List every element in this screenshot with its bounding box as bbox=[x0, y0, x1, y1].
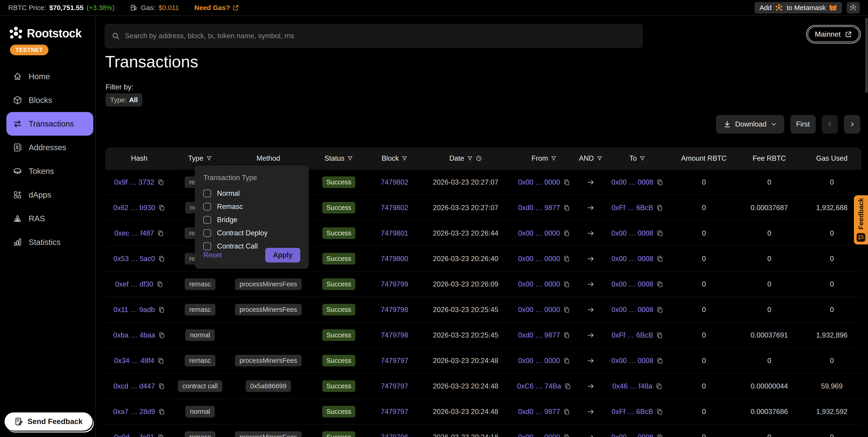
copy-icon[interactable] bbox=[656, 255, 663, 262]
first-page-button[interactable]: First bbox=[790, 115, 816, 134]
filter-icon[interactable] bbox=[640, 155, 645, 162]
from-address-link[interactable]: 0x00 … 0000 bbox=[518, 433, 560, 437]
from-address-link[interactable]: 0xd0 … 9877 bbox=[518, 408, 560, 416]
copy-icon[interactable] bbox=[563, 255, 570, 262]
block-link[interactable]: 7479797 bbox=[381, 382, 408, 390]
copy-icon[interactable] bbox=[158, 204, 165, 211]
filter-icon[interactable] bbox=[467, 155, 473, 162]
copy-icon[interactable] bbox=[158, 307, 165, 313]
copy-icon[interactable] bbox=[158, 408, 165, 415]
to-address-link[interactable]: 0x00 … 0008 bbox=[612, 229, 653, 237]
to-address-link[interactable]: 0x46 … f48a bbox=[612, 382, 652, 390]
copy-icon[interactable] bbox=[563, 408, 570, 415]
sidebar-item-addresses[interactable]: Addresses bbox=[0, 136, 96, 159]
block-link[interactable]: 7479802 bbox=[381, 178, 408, 186]
clock-icon[interactable] bbox=[476, 155, 482, 162]
type-filter-chip[interactable]: Type: All bbox=[105, 93, 143, 107]
rootstock-widget-button[interactable] bbox=[847, 2, 860, 13]
block-link[interactable]: 7479797 bbox=[381, 357, 408, 365]
from-address-link[interactable]: 0x00 … 0000 bbox=[518, 280, 560, 288]
copy-icon[interactable] bbox=[656, 383, 662, 390]
tx-hash-link[interactable]: 0xba … 4baa bbox=[113, 331, 155, 339]
download-button[interactable]: Download bbox=[716, 115, 784, 134]
feedback-tab[interactable]: Feedback bbox=[854, 195, 868, 244]
checkbox-bridge[interactable] bbox=[203, 216, 211, 224]
block-link[interactable]: 7479800 bbox=[381, 255, 408, 263]
from-address-link[interactable]: 0xd0 … 9877 bbox=[518, 204, 560, 212]
block-link[interactable]: 7479796 bbox=[381, 433, 408, 437]
copy-icon[interactable] bbox=[563, 434, 570, 437]
copy-icon[interactable] bbox=[157, 357, 164, 364]
to-address-link[interactable]: 0x00 … 0008 bbox=[612, 178, 653, 186]
copy-icon[interactable] bbox=[656, 281, 663, 288]
add-to-metamask-button[interactable]: Add to Metamask bbox=[754, 2, 842, 13]
filter-icon[interactable] bbox=[597, 155, 602, 162]
copy-icon[interactable] bbox=[656, 357, 663, 364]
network-switch-button[interactable]: Mainnet bbox=[806, 25, 861, 43]
checkbox-normal[interactable] bbox=[203, 190, 211, 197]
tx-hash-link[interactable]: 0x11 … 9adb bbox=[114, 306, 155, 314]
filter-icon[interactable] bbox=[551, 155, 557, 162]
copy-icon[interactable] bbox=[563, 179, 570, 186]
block-link[interactable]: 7479797 bbox=[381, 408, 408, 416]
copy-icon[interactable] bbox=[157, 230, 164, 237]
checkbox-remasc[interactable] bbox=[203, 203, 211, 210]
to-address-link[interactable]: 0x00 … 0008 bbox=[612, 357, 653, 365]
copy-icon[interactable] bbox=[564, 383, 571, 390]
sidebar-item-transactions[interactable]: Transactions bbox=[6, 112, 93, 136]
copy-icon[interactable] bbox=[656, 332, 663, 339]
from-address-link[interactable]: 0x00 … 0000 bbox=[518, 306, 560, 314]
copy-icon[interactable] bbox=[656, 179, 663, 186]
tx-hash-link[interactable]: 0x0d … fe91 bbox=[114, 433, 154, 437]
block-link[interactable]: 7479802 bbox=[381, 204, 408, 212]
copy-icon[interactable] bbox=[563, 332, 570, 339]
tx-hash-link[interactable]: 0xec … f487 bbox=[115, 229, 154, 237]
reset-button[interactable]: Reset bbox=[203, 251, 222, 259]
need-gas-link[interactable]: Need Gas? bbox=[194, 4, 239, 11]
checkbox-contract-deploy[interactable] bbox=[203, 229, 211, 237]
sidebar-item-statistics[interactable]: Statistics bbox=[0, 230, 96, 254]
copy-icon[interactable] bbox=[656, 408, 663, 415]
tx-hash-link[interactable]: 0xef … df30 bbox=[115, 280, 153, 288]
tx-hash-link[interactable]: 0xcd … d447 bbox=[114, 382, 155, 390]
tx-hash-link[interactable]: 0x9f … 3732 bbox=[114, 178, 154, 186]
copy-icon[interactable] bbox=[563, 307, 570, 313]
to-address-link[interactable]: 0x00 … 0008 bbox=[612, 306, 653, 314]
copy-icon[interactable] bbox=[656, 230, 663, 237]
from-address-link[interactable]: 0xd0 … 9877 bbox=[518, 331, 560, 339]
copy-icon[interactable] bbox=[563, 204, 570, 211]
block-link[interactable]: 7479801 bbox=[381, 229, 408, 237]
filter-icon[interactable] bbox=[347, 155, 353, 162]
tx-hash-link[interactable]: 0x34 … 48f4 bbox=[114, 357, 154, 365]
copy-icon[interactable] bbox=[656, 434, 663, 437]
to-address-link[interactable]: 0xFf … 6BcB bbox=[612, 204, 653, 212]
copy-icon[interactable] bbox=[157, 434, 164, 437]
filter-icon[interactable] bbox=[401, 155, 407, 162]
apply-button[interactable]: Apply bbox=[265, 248, 300, 262]
copy-icon[interactable] bbox=[158, 383, 165, 390]
sidebar-item-tokens[interactable]: Tokens bbox=[0, 159, 96, 183]
copy-icon[interactable] bbox=[656, 204, 663, 211]
block-link[interactable]: 7479798 bbox=[381, 306, 408, 314]
previous-page-button[interactable] bbox=[822, 115, 838, 134]
tx-hash-link[interactable]: 0x53 … 5ac0 bbox=[114, 255, 155, 263]
send-feedback-button[interactable]: Send Feedback bbox=[5, 412, 92, 431]
copy-icon[interactable] bbox=[158, 332, 165, 339]
sidebar-item-blocks[interactable]: Blocks bbox=[0, 88, 96, 112]
to-address-link[interactable]: 0xFf … 6BcB bbox=[612, 331, 653, 339]
copy-icon[interactable] bbox=[563, 281, 570, 288]
from-address-link[interactable]: 0x00 … 0000 bbox=[518, 178, 560, 186]
block-link[interactable]: 7479798 bbox=[381, 331, 408, 339]
sidebar-item-dapps[interactable]: dApps bbox=[0, 183, 96, 207]
to-address-link[interactable]: 0x00 … 0008 bbox=[612, 433, 653, 437]
copy-icon[interactable] bbox=[563, 230, 570, 237]
search-input[interactable] bbox=[125, 32, 636, 40]
from-address-link[interactable]: 0xC6 … 74Ba bbox=[517, 382, 561, 390]
to-address-link[interactable]: 0xFf … 6BcB bbox=[612, 408, 653, 416]
next-page-button[interactable] bbox=[844, 115, 860, 134]
tx-hash-link[interactable]: 0xa7 … 28d9 bbox=[113, 408, 155, 416]
copy-icon[interactable] bbox=[156, 281, 163, 288]
from-address-link[interactable]: 0x00 … 0000 bbox=[518, 255, 560, 263]
tx-hash-link[interactable]: 0x62 … b930 bbox=[113, 204, 155, 212]
scrollbar-thumb[interactable] bbox=[866, 18, 868, 93]
